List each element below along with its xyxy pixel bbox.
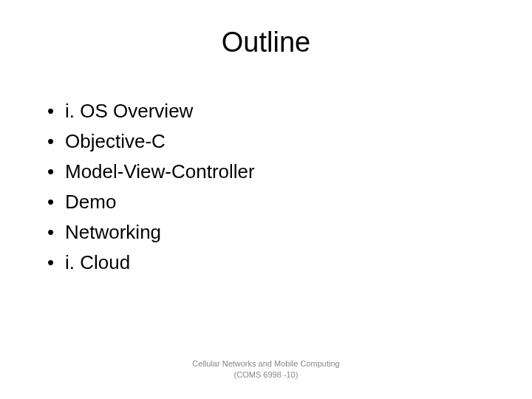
list-item: • Demo — [47, 189, 495, 215]
bullet-icon: • — [47, 98, 65, 124]
list-item: • i. Cloud — [47, 250, 495, 276]
bullet-text: i. OS Overview — [65, 98, 193, 124]
bullet-text: Networking — [65, 219, 161, 245]
bullet-text: Demo — [65, 189, 116, 215]
bullet-text: i. Cloud — [65, 250, 130, 276]
bullet-text: Objective-C — [65, 129, 166, 154]
footer-line-1: Cellular Networks and Mobile Computing — [0, 358, 532, 369]
list-item: • Networking — [47, 219, 495, 245]
slide: Outline • i. OS Overview • Objective-C •… — [0, 0, 532, 399]
list-item: • Model-View-Controller — [47, 159, 495, 185]
footer-line-2: (COMS 6998 -10) — [0, 369, 532, 380]
bullet-icon: • — [47, 159, 65, 185]
bullet-text: Model-View-Controller — [65, 159, 255, 185]
bullet-icon: • — [47, 129, 65, 154]
list-item: • i. OS Overview — [47, 98, 495, 124]
list-item: • Objective-C — [47, 129, 495, 154]
bullet-icon: • — [47, 189, 65, 215]
footer: Cellular Networks and Mobile Computing (… — [0, 358, 532, 380]
bullet-icon: • — [47, 250, 65, 276]
bullet-list: • i. OS Overview • Objective-C • Model-V… — [37, 94, 495, 276]
slide-title: Outline — [37, 27, 495, 58]
bullet-icon: • — [47, 219, 65, 245]
